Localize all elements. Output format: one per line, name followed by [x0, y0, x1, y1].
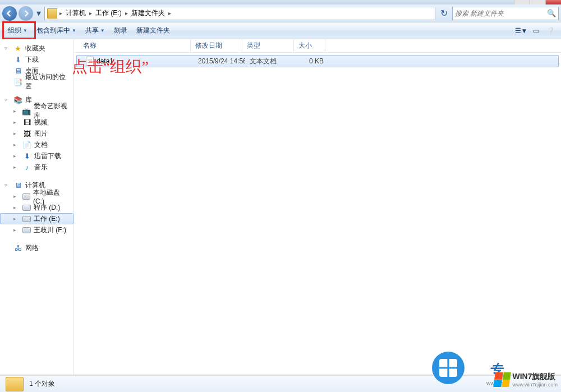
breadcrumb-item[interactable]: 工作 (E:)	[93, 8, 124, 18]
new-folder-button[interactable]: 新建文件夹	[132, 22, 174, 39]
burn-button[interactable]: 刻录	[109, 22, 132, 39]
watermark-badge-2: WIN7旗舰版 www.win7qijian.com	[494, 372, 558, 388]
nav-item-drive-c[interactable]: ▸本地磁盘 (C:)	[0, 191, 73, 202]
breadcrumb-item[interactable]: 计算机	[63, 8, 88, 18]
folder-icon	[6, 377, 24, 391]
nav-item-music[interactable]: ▸♪音乐	[0, 162, 73, 173]
breadcrumb[interactable]: ▸ 计算机 ▸ 工作 (E:) ▸ 新建文件夹 ▸	[44, 7, 435, 20]
col-date[interactable]: 修改日期	[191, 39, 242, 52]
nav-item-xunlei[interactable]: ▸⬇迅雷下载	[0, 150, 73, 162]
file-type: 文本文档	[245, 57, 297, 66]
column-headers: 名称 修改日期 类型 大小	[74, 39, 561, 53]
nav-item-downloads[interactable]: ⬇下载	[0, 54, 73, 65]
view-options-button[interactable]: ☰▼	[515, 25, 527, 37]
navigation-pane: ▿★收藏夹 ⬇下载 🖥桌面 📑最近访问的位置 ▿📚库 ▸📺爱奇艺影视库 ▸🎞视频…	[0, 39, 74, 375]
help-button[interactable]: ❔	[544, 25, 557, 37]
preview-pane-button[interactable]: ▭	[530, 25, 542, 37]
address-bar: ▾ ▸ 计算机 ▸ 工作 (E:) ▸ 新建文件夹 ▸ ↻ 🔍	[0, 4, 561, 22]
nav-item-iqiyi[interactable]: ▸📺爱奇艺影视库	[0, 105, 73, 117]
nav-network[interactable]: 🖧网络	[0, 242, 73, 253]
file-list-pane: 名称 修改日期 类型 大小 data1 2015/9/24 14:56 文本文档…	[74, 39, 561, 375]
col-size[interactable]: 大小	[294, 39, 325, 52]
file-row[interactable]: data1 2015/9/24 14:56 文本文档 0 KB	[76, 55, 559, 67]
share-button[interactable]: 共享▼	[81, 22, 109, 39]
nav-item-pictures[interactable]: ▸🖼图片	[0, 128, 73, 139]
file-date: 2015/9/24 14:56	[194, 57, 245, 65]
search-icon: 🔍	[547, 9, 556, 17]
nav-item-drive-f[interactable]: ▸王歧川 (F:)	[0, 224, 73, 236]
refresh-button[interactable]: ↻	[437, 7, 450, 20]
search-input[interactable]	[455, 10, 547, 17]
folder-icon	[47, 8, 57, 19]
include-in-library-button[interactable]: 包含到库中▼	[32, 22, 81, 39]
nav-item-documents[interactable]: ▸📄文档	[0, 139, 73, 150]
nav-history-dropdown[interactable]: ▾	[35, 8, 43, 19]
nav-item-drive-e[interactable]: ▸工作 (E:)	[0, 213, 73, 224]
watermark-badge-1	[432, 352, 465, 384]
organize-button[interactable]: 组织▼	[3, 22, 32, 39]
back-button[interactable]	[2, 6, 17, 21]
file-size: 0 KB	[297, 57, 328, 65]
status-count: 1 个对象	[29, 379, 55, 389]
col-name[interactable]: 名称	[79, 39, 191, 52]
nav-favorites[interactable]: ▿★收藏夹	[0, 43, 73, 54]
breadcrumb-item[interactable]: 新建文件夹	[129, 8, 167, 18]
search-box[interactable]: 🔍	[452, 7, 559, 20]
textfile-icon	[86, 57, 94, 66]
forward-button[interactable]	[19, 6, 33, 21]
file-name: data1	[96, 57, 113, 65]
status-bar: 1 个对象	[0, 375, 561, 392]
windows-flag-icon	[494, 372, 512, 387]
window-controls	[514, 0, 561, 4]
toolbar: 组织▼ 包含到库中▼ 共享▼ 刻录 新建文件夹 ☰▼ ▭ ❔	[0, 22, 561, 39]
nav-item-recent[interactable]: 📑最近访问的位置	[0, 76, 73, 87]
col-type[interactable]: 类型	[242, 39, 294, 52]
